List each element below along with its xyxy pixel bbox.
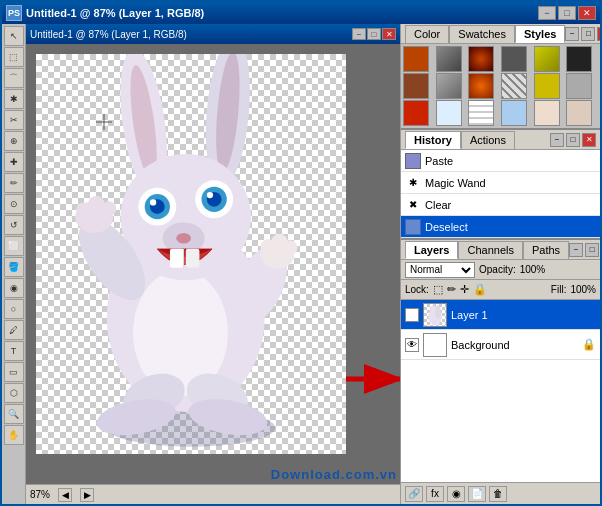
tab-channels[interactable]: Channels	[458, 241, 522, 259]
styles-panel: Color Swatches Styles − □ ✕	[401, 24, 600, 130]
lock-paint-btn[interactable]: ✏	[447, 283, 456, 296]
tab-color[interactable]: Color	[405, 25, 449, 43]
tool-dodge[interactable]: ○	[4, 299, 24, 319]
tool-clone[interactable]: ⊙	[4, 194, 24, 214]
tab-paths[interactable]: Paths	[523, 241, 569, 259]
delete-layer-btn[interactable]: 🗑	[489, 486, 507, 502]
new-layer-btn[interactable]: 📄	[468, 486, 486, 502]
style-swatch[interactable]	[534, 73, 560, 99]
tool-heal[interactable]: ✚	[4, 152, 24, 172]
history-item-clear[interactable]: ✖ Clear	[401, 194, 600, 216]
tab-actions[interactable]: Actions	[461, 131, 515, 149]
history-item-paste[interactable]: Paste	[401, 150, 600, 172]
tool-hand[interactable]: ✋	[4, 425, 24, 445]
tool-fill[interactable]: 🪣	[4, 257, 24, 277]
style-swatch[interactable]	[566, 100, 592, 126]
style-swatch[interactable]	[403, 46, 429, 72]
tab-layers[interactable]: Layers	[405, 241, 458, 259]
history-maximize-btn[interactable]: □	[566, 133, 580, 147]
layers-panel-controls: − □ ✕	[569, 243, 600, 257]
tool-wand[interactable]: ✱	[4, 89, 24, 109]
tool-move[interactable]: ↖	[4, 26, 24, 46]
style-swatch[interactable]	[403, 73, 429, 99]
tool-brush[interactable]: ✏	[4, 173, 24, 193]
maximize-button[interactable]: □	[558, 6, 576, 20]
layer-effects-btn[interactable]: fx	[426, 486, 444, 502]
tool-lasso[interactable]: ⌒	[4, 68, 24, 88]
style-swatch[interactable]	[436, 100, 462, 126]
style-swatch[interactable]	[534, 46, 560, 72]
history-item-magic-wand[interactable]: ✱ Magic Wand	[401, 172, 600, 194]
history-close-btn[interactable]: ✕	[582, 133, 596, 147]
tab-styles[interactable]: Styles	[515, 25, 565, 43]
svg-rect-18	[170, 249, 184, 268]
style-swatch[interactable]	[468, 73, 494, 99]
styles-minimize-btn[interactable]: −	[565, 27, 579, 41]
tool-blur[interactable]: ◉	[4, 278, 24, 298]
canvas-minimize-btn[interactable]: −	[352, 28, 366, 40]
tool-pen[interactable]: 🖊	[4, 320, 24, 340]
layer-visibility-eye[interactable]: 👁	[405, 338, 419, 352]
status-prev-btn[interactable]: ◀	[58, 488, 72, 502]
tab-history[interactable]: History	[405, 131, 461, 149]
opacity-value: 100%	[520, 264, 555, 275]
canvas-maximize-btn[interactable]: □	[367, 28, 381, 40]
tool-eraser[interactable]: ⬜	[4, 236, 24, 256]
lock-transparent-btn[interactable]: ⬚	[433, 283, 443, 296]
svg-point-41	[435, 305, 441, 319]
lock-position-btn[interactable]: ✛	[460, 283, 469, 296]
canvas-content	[36, 54, 346, 454]
tool-crop[interactable]: ✂	[4, 110, 24, 130]
layer-row-layer1[interactable]: 👁 Layer 1	[401, 300, 600, 330]
magic-wand-icon: ✱	[405, 175, 421, 191]
tab-swatches[interactable]: Swatches	[449, 25, 515, 43]
layer-visibility-eye[interactable]: 👁	[405, 308, 419, 322]
lock-label: Lock:	[405, 284, 429, 295]
tool-zoom[interactable]: 🔍	[4, 404, 24, 424]
layers-toolbar: Normal Multiply Screen Opacity: 100%	[401, 260, 600, 280]
layers-lock-bar: Lock: ⬚ ✏ ✛ 🔒 Fill: 100%	[401, 280, 600, 300]
history-panel-controls: − □ ✕	[550, 133, 596, 147]
style-swatch[interactable]	[403, 100, 429, 126]
tool-select[interactable]: ⬚	[4, 47, 24, 67]
link-layers-btn[interactable]: 🔗	[405, 486, 423, 502]
style-swatch[interactable]	[501, 46, 527, 72]
style-swatch[interactable]	[436, 73, 462, 99]
rabbit-image	[36, 54, 346, 454]
minimize-button[interactable]: −	[538, 6, 556, 20]
tool-shape[interactable]: ▭	[4, 362, 24, 382]
arrow-annotation	[346, 364, 400, 396]
history-item-deselect[interactable]: Deselect	[401, 216, 600, 238]
lock-all-btn[interactable]: 🔒	[473, 283, 487, 296]
history-thumb	[405, 219, 421, 235]
blend-mode-select[interactable]: Normal Multiply Screen	[405, 262, 475, 278]
zoom-level: 87%	[30, 489, 50, 500]
style-swatch[interactable]	[468, 100, 494, 126]
style-swatch[interactable]	[534, 100, 560, 126]
canvas-close-btn[interactable]: ✕	[382, 28, 396, 40]
tool-text[interactable]: T	[4, 341, 24, 361]
svg-point-25	[102, 201, 117, 216]
layer-mask-btn[interactable]: ◉	[447, 486, 465, 502]
tool-history-brush[interactable]: ↺	[4, 215, 24, 235]
styles-close-btn[interactable]: ✕	[597, 27, 600, 41]
status-next-btn[interactable]: ▶	[80, 488, 94, 502]
style-swatch[interactable]	[566, 46, 592, 72]
style-swatch[interactable]	[436, 46, 462, 72]
canvas-wrapper[interactable]	[26, 44, 400, 484]
tool-eyedropper[interactable]: ⊕	[4, 131, 24, 151]
layers-maximize-btn[interactable]: □	[585, 243, 599, 257]
history-item-label: Clear	[425, 199, 451, 211]
style-swatch[interactable]	[468, 46, 494, 72]
style-swatch[interactable]	[501, 73, 527, 99]
tool-3d[interactable]: ⬡	[4, 383, 24, 403]
layer-row-background[interactable]: 👁 Background 🔒	[401, 330, 600, 360]
history-minimize-btn[interactable]: −	[550, 133, 564, 147]
styles-maximize-btn[interactable]: □	[581, 27, 595, 41]
style-swatch[interactable]	[566, 73, 592, 99]
left-toolbar: ↖ ⬚ ⌒ ✱ ✂ ⊕ ✚ ✏ ⊙ ↺ ⬜ 🪣 ◉ ○ 🖊 T ▭ ⬡ 🔍 ✋	[2, 24, 26, 504]
title-bar: PS Untitled-1 @ 87% (Layer 1, RGB/8) − □…	[2, 2, 600, 24]
style-swatch[interactable]	[501, 100, 527, 126]
close-button[interactable]: ✕	[578, 6, 596, 20]
layers-minimize-btn[interactable]: −	[569, 243, 583, 257]
